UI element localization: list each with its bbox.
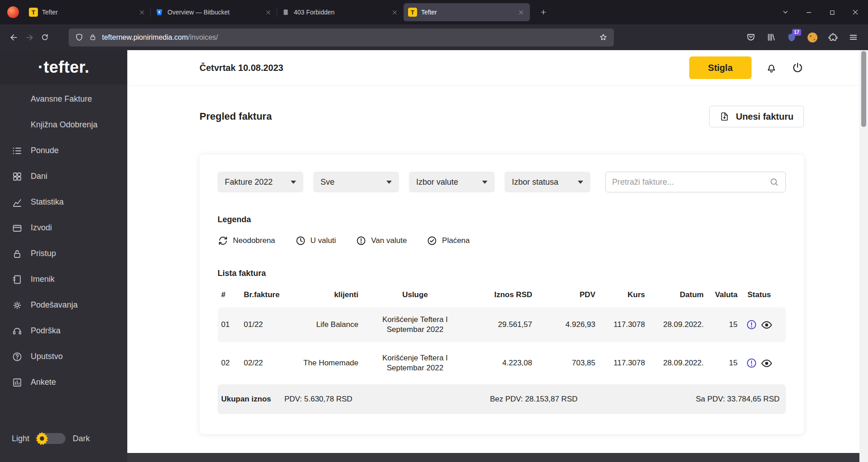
sidebar-item-label: Pristup [31,249,56,258]
view-invoice-eye-icon[interactable] [761,357,773,369]
sidebar-item-izvodi[interactable]: Izvodi [0,215,127,241]
sidebar-item-label: Avansne Fakture [31,94,92,104]
tab-title: 403 Forbidden [294,9,386,16]
cell-kurs: 117.3078 [599,358,649,369]
table-row: 01 01/22 Life Balance Korišćenje Teftera… [218,308,786,342]
sidebar-item-knjizna-odobrenja[interactable]: Knjižna Odobrenja [0,112,127,138]
chevron-down-icon [578,181,583,184]
totals-sa-pdv: Sa PDV: 33.784,65 RSD [616,395,786,404]
table-totals-row: Ukupan iznos PDV: 5.630,78 RSD Bez PDV: … [218,384,786,414]
tab-close-icon[interactable] [264,8,273,17]
page-bottom-strip [127,453,868,462]
search-icon[interactable] [769,177,779,187]
sidebar-item-pristup[interactable]: Pristup [0,241,127,266]
logout-power-icon[interactable] [791,61,804,74]
icon-spacer [12,94,23,105]
tab-title: Tefter [42,9,134,16]
browser-toolbar: tefternew.pionirimedia.com/invoices/ 17 [0,24,868,50]
bitbucket-favicon-icon [155,8,163,16]
menu-hamburger-icon[interactable] [849,33,858,42]
sidebar-item-label: Izvodi [31,223,52,233]
status-filter-value: Izbor statusa [512,177,558,187]
type-filter-select[interactable]: Sve [313,172,399,192]
scrollbar[interactable] [859,50,868,462]
sidebar-item-uputstvo[interactable]: Uputstvo [0,344,127,369]
tracking-shield-icon[interactable] [75,33,84,42]
sidebar-item-avansne-fakture[interactable]: Avansne Fakture [0,86,127,112]
cell-usluge: Korišćenje Teftera I Septembar 2022 [362,353,468,374]
tab-403-forbidden[interactable]: 403 Forbidden [277,3,404,21]
add-invoice-button[interactable]: Unesi fakturu [709,106,804,127]
notifications-bell-icon[interactable] [765,61,778,74]
bookmark-star-icon[interactable] [599,33,608,42]
currency-filter-select[interactable]: Izbor valute [409,172,495,192]
new-tab-button[interactable] [535,6,552,19]
sidebar-item-dani[interactable]: Dani [0,163,127,189]
cookie-extension-icon[interactable] [808,33,817,42]
cell-br-fakture: 02/22 [240,358,294,369]
support-icon [12,326,23,336]
url-text[interactable]: tefternew.pionirimedia.com/invoices/ [102,33,594,42]
icon-spacer [12,120,23,131]
sidebar-item-ponude[interactable]: Ponude [0,138,127,163]
extensions-puzzle-icon[interactable] [828,33,838,42]
minimize-icon[interactable] [805,9,812,16]
scrollbar-thumb[interactable] [861,51,866,127]
col-br-fakture: Br.fakture [240,290,294,308]
check-circle-icon [427,235,437,246]
cell-datum: 28.09.2022. [649,358,707,369]
maximize-icon[interactable] [829,9,836,16]
lock-icon[interactable] [89,33,97,41]
sidebar-item-label: Podrška [31,326,60,336]
add-invoice-label: Unesi fakturu [736,112,794,122]
tab-tefter-active[interactable]: T Tefter [404,3,530,21]
legend-item-van-valute: Van valute [356,235,407,246]
legend-item-neodobrena: Neodobrena [218,235,275,246]
theme-toggle[interactable] [37,433,65,444]
pocket-icon[interactable] [746,33,756,42]
chevron-down-icon [482,181,487,184]
search-input[interactable] [612,177,765,187]
cell-datum: 28.09.2022. [649,320,707,330]
view-invoice-eye-icon[interactable] [761,319,773,331]
legend-label: U valuti [311,236,336,245]
sidebar-item-podesavanja[interactable]: Podešavanja [0,292,127,318]
col-datum: Datum [649,290,707,308]
legend-label: Neodobrena [233,236,275,245]
year-filter-select[interactable]: Fakture 2022 [218,172,303,192]
table-header-row: # Br.fakture klijenti Usluge Iznos RSD P… [218,290,786,308]
status-filter-select[interactable]: Izbor statusa [505,172,590,192]
url-bar[interactable]: tefternew.pionirimedia.com/invoices/ [69,28,614,47]
sidebar-item-podrska[interactable]: Podrška [0,318,127,344]
sidebar-item-label: Podešavanja [31,300,78,310]
sidebar-item-label: Ponude [31,146,59,155]
page-date: Četvrtak 10.08.2023 [200,63,283,73]
cell-num: 02 [218,358,240,369]
totals-label: Ukupan iznos [218,394,281,404]
library-icon[interactable] [766,33,776,42]
profile-avatar-icon[interactable] [7,6,19,18]
tab-bitbucket[interactable]: Overview — Bitbucket [151,3,277,21]
sidebar-item-label: Uputstvo [31,352,63,361]
reload-icon[interactable] [37,30,52,45]
forward-icon[interactable] [22,30,37,45]
search-box [605,172,786,192]
tab-close-icon[interactable] [138,8,146,17]
tab-close-icon[interactable] [390,8,399,17]
app-header: Četvrtak 10.08.2023 Stigla [127,50,868,86]
adblock-extension-icon[interactable]: 17 [787,33,797,42]
totals-pdv: PDV: 5.630,78 RSD [281,395,452,404]
close-icon[interactable] [852,9,859,16]
sidebar-item-statistika[interactable]: Statistika [0,189,127,215]
stigla-button[interactable]: Stigla [689,56,752,79]
tefter-logo: ·tefter. [0,50,127,84]
legend-label: Plaćena [442,236,469,245]
back-icon[interactable] [6,30,22,45]
sidebar-item-imenik[interactable]: Imenik [0,266,127,292]
tab-tefter-1[interactable]: T Tefter [24,3,151,21]
list-all-tabs-icon[interactable] [782,9,789,16]
page-favicon-icon [282,8,290,16]
tab-close-icon[interactable] [517,8,525,17]
sidebar-item-ankete[interactable]: Ankete [0,369,127,395]
sidebar-item-label: Statistika [31,197,64,207]
